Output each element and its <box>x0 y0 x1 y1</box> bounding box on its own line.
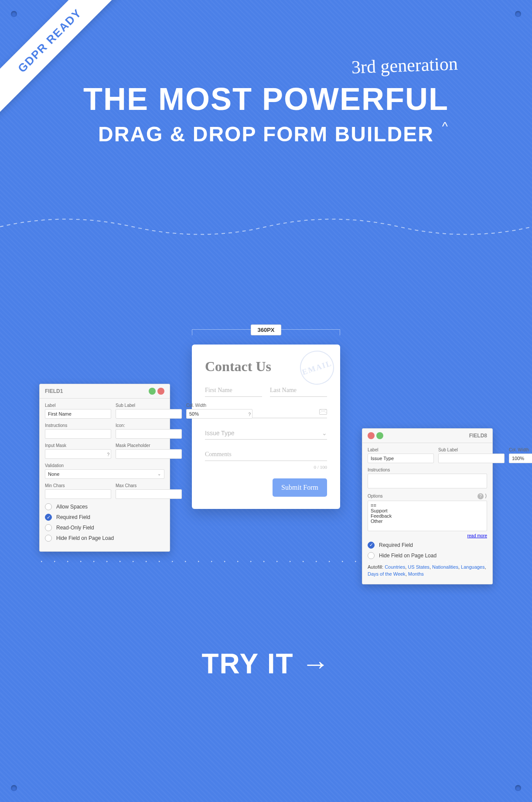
code-icon[interactable] <box>484 493 487 499</box>
label-input[interactable] <box>368 454 434 463</box>
col-width-input[interactable] <box>509 454 532 463</box>
wave-divider <box>0 209 532 244</box>
hero-title-line2: DRAG & DROP FORM BUILDER ^ <box>98 122 434 146</box>
submit-button[interactable]: Submit Form <box>273 478 327 497</box>
field1-props-panel: FIELD1 Label Sub Label Col. Width? Instr… <box>39 384 170 552</box>
instructions-label: Instructions <box>45 423 111 428</box>
contact-form-panel: Contact Us First Name Last Name Email Is… <box>192 345 340 509</box>
envelope-icon <box>319 409 327 415</box>
confirm-icon[interactable] <box>376 432 383 439</box>
panel-title: FIELD8 <box>469 433 487 439</box>
col-width-input[interactable] <box>186 409 252 419</box>
icon-input[interactable] <box>116 429 182 439</box>
validation-label: Validation <box>45 463 164 468</box>
min-chars-label: Min Chars <box>45 483 111 488</box>
width-value: 360PX <box>251 324 281 335</box>
required-field-label: Required Field <box>379 542 413 548</box>
max-chars-input[interactable] <box>116 489 182 499</box>
input-mask-input[interactable] <box>45 449 111 459</box>
chevron-down-icon: ⌄ <box>322 430 327 437</box>
confirm-icon[interactable] <box>149 388 156 395</box>
hero-title-line1: THE MOST POWERFUL <box>0 81 532 117</box>
width-indicator: 360PX <box>192 329 340 345</box>
required-field-checkbox[interactable] <box>368 542 375 549</box>
instructions-input[interactable] <box>45 429 111 439</box>
close-icon[interactable] <box>157 388 164 395</box>
icon-label: Icon: <box>116 423 182 428</box>
max-chars-label: Max Chars <box>116 483 182 488</box>
allow-spaces-label: Allow Spaces <box>56 504 88 510</box>
close-icon[interactable] <box>368 432 375 439</box>
sub-label-input[interactable] <box>438 454 505 463</box>
sub-label-label: Sub Label <box>438 447 505 452</box>
label-label: Label <box>368 447 434 452</box>
hide-field-label: Hide Field on Page Load <box>56 535 114 541</box>
hide-field-label: Hide Field on Page Load <box>379 553 437 559</box>
dot-divider <box>35 561 497 562</box>
autofill-link[interactable]: Languages <box>461 564 484 570</box>
issue-type-field[interactable]: Issue Type ⌄ <box>205 430 327 440</box>
comments-field[interactable]: Comments <box>205 451 327 461</box>
arrow-right-icon: → <box>302 648 331 680</box>
autofill-link[interactable]: Nationalities <box>432 564 458 570</box>
readonly-field-label: Read-Only Field <box>56 525 94 531</box>
col-width-label: Col. Width <box>186 403 252 408</box>
autofill-link[interactable]: Countries <box>385 564 405 570</box>
sub-label-input[interactable] <box>116 409 182 419</box>
try-it-button[interactable]: TRY IT→ <box>0 648 532 680</box>
help-icon[interactable]: ? <box>107 452 109 457</box>
screw <box>515 785 521 791</box>
help-icon[interactable]: ? <box>477 493 484 499</box>
input-mask-label: Input Mask <box>45 443 111 448</box>
caret-mark: ^ <box>442 119 449 133</box>
col-width-label: Col. Width <box>509 447 532 452</box>
autofill-label: Autofill: <box>368 564 383 570</box>
char-counter: 0 / 100 <box>205 464 327 470</box>
hide-field-checkbox[interactable] <box>368 552 375 559</box>
panel-title: FIELD1 <box>45 388 63 394</box>
mask-placeholder-input[interactable] <box>116 449 182 459</box>
hide-field-checkbox[interactable] <box>45 535 52 542</box>
mask-placeholder-label: Mask Placeholder <box>116 443 182 448</box>
screw <box>11 785 17 791</box>
autofill-row: Autofill: Countries, US States, National… <box>368 563 487 578</box>
required-field-checkbox[interactable] <box>45 514 52 521</box>
label-input[interactable] <box>45 409 111 419</box>
readonly-field-checkbox[interactable] <box>45 524 52 531</box>
screw <box>515 11 521 17</box>
first-name-field[interactable]: First Name <box>205 387 262 397</box>
autofill-link[interactable]: Days of the Week <box>368 571 406 577</box>
instructions-input[interactable] <box>368 474 487 488</box>
help-icon[interactable]: ? <box>248 412 251 417</box>
required-field-label: Required Field <box>56 514 90 520</box>
options-textarea[interactable] <box>368 501 487 531</box>
instructions-label: Instructions <box>368 468 487 472</box>
options-label: Options <box>368 494 382 498</box>
validation-select[interactable] <box>45 469 164 479</box>
min-chars-input[interactable] <box>45 489 111 499</box>
screw <box>11 11 17 17</box>
last-name-field[interactable]: Last Name <box>270 387 327 397</box>
allow-spaces-checkbox[interactable] <box>45 503 52 510</box>
autofill-link[interactable]: Months <box>408 571 424 577</box>
label-label: Label <box>45 403 111 408</box>
autofill-link[interactable]: US States <box>408 564 430 570</box>
hero-script: 3rd generation <box>351 53 458 78</box>
sub-label-label: Sub Label <box>116 403 182 408</box>
read-more-link[interactable]: read more <box>467 533 487 538</box>
hero: 3rd generation THE MOST POWERFUL DRAG & … <box>0 61 532 146</box>
mail-stamp-icon <box>296 346 338 389</box>
